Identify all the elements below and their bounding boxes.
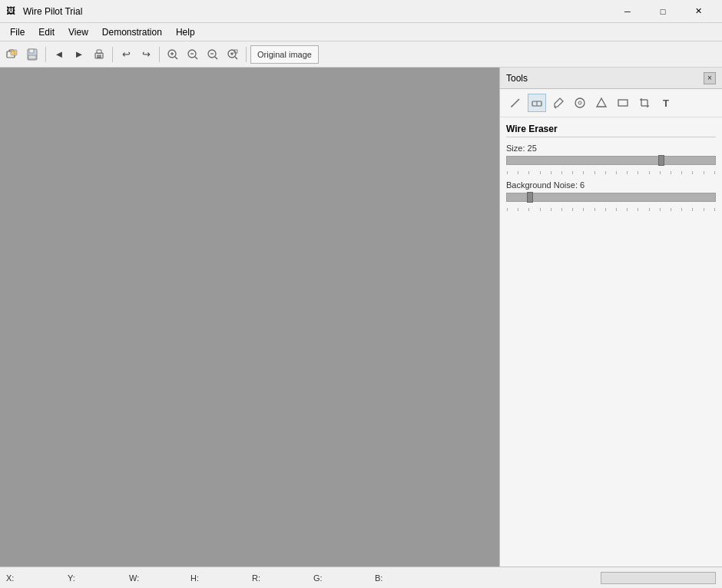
toolbar-separator-3 [159, 47, 160, 62]
svg-rect-3 [29, 49, 34, 53]
size-slider[interactable] [506, 156, 716, 165]
undo-button[interactable]: ↩ [117, 45, 135, 64]
save-button[interactable] [23, 45, 41, 64]
status-b: B: [375, 573, 436, 583]
open-button[interactable] [3, 45, 22, 64]
triangle-tool-button[interactable] [592, 94, 611, 112]
noise-slider[interactable] [506, 193, 716, 202]
status-h: H: [190, 573, 252, 583]
toolbar: ◄ ► ↩ ↪ Original image [0, 41, 722, 68]
menu-help[interactable]: Help [169, 25, 202, 40]
status-x: X: [6, 573, 68, 583]
svg-line-22 [235, 57, 237, 59]
minimize-button[interactable]: ─ [610, 0, 645, 23]
zoom-out-button[interactable] [204, 45, 222, 64]
tool-section-title: Wire Eraser [506, 124, 716, 137]
svg-marker-31 [597, 98, 606, 107]
toolbar-separator-2 [112, 47, 113, 62]
main-area: Tools × [0, 68, 722, 567]
noise-ticks [506, 208, 716, 211]
status-progress-bar [601, 572, 716, 584]
tools-panel: Tools × [499, 68, 722, 567]
menu-demonstration[interactable]: Demonstration [95, 25, 169, 40]
status-w: W: [129, 573, 190, 583]
svg-rect-32 [618, 100, 628, 106]
zoom-fit-button[interactable] [224, 45, 242, 64]
menu-bar: File Edit View Demonstration Help [0, 23, 722, 41]
text-tool-button[interactable]: T [657, 94, 675, 112]
redo-button[interactable]: ↪ [137, 45, 155, 64]
toolbar-separator-1 [45, 47, 46, 62]
title-bar: 🖼 Wire Pilot Trial ─ □ ✕ [0, 0, 722, 23]
size-label: Size: 25 [506, 144, 716, 153]
tool-icons-row: T [500, 89, 722, 117]
title-bar-controls: ─ □ ✕ [610, 0, 716, 23]
tools-title: Tools [506, 73, 528, 84]
toolbar-separator-4 [246, 47, 247, 62]
noise-slider-container [506, 193, 716, 206]
close-button[interactable]: ✕ [681, 0, 716, 23]
svg-rect-4 [28, 55, 36, 59]
menu-view[interactable]: View [61, 25, 95, 40]
size-slider-container [506, 156, 716, 170]
tools-header: Tools × [500, 68, 722, 89]
app-title: Wire Pilot Trial [23, 6, 82, 17]
menu-file[interactable]: File [3, 25, 31, 40]
eraser-tool-button[interactable] [528, 94, 546, 112]
crop-tool-button[interactable] [635, 94, 654, 112]
status-y: Y: [68, 573, 129, 583]
svg-line-15 [195, 57, 197, 59]
svg-rect-8 [97, 57, 101, 58]
zoom-in-button[interactable] [164, 45, 182, 64]
svg-rect-7 [97, 55, 101, 57]
svg-point-30 [578, 101, 581, 104]
tools-close-button[interactable]: × [704, 72, 716, 84]
status-bar-right [436, 572, 716, 584]
back-button[interactable]: ◄ [50, 45, 68, 64]
size-ticks [506, 171, 716, 174]
svg-point-29 [575, 98, 585, 107]
pencil-tool-button[interactable] [506, 94, 525, 112]
brush-tool-button[interactable] [549, 94, 568, 112]
circle-tool-button[interactable] [571, 94, 589, 112]
status-bar: X: Y: W: H: R: G: B: [0, 567, 722, 588]
original-image-button[interactable]: Original image [250, 45, 319, 64]
zoom-in-2-button[interactable] [184, 45, 202, 64]
svg-line-24 [512, 99, 519, 107]
noise-label: Background Noise: 6 [506, 180, 716, 190]
canvas-area[interactable] [0, 68, 499, 567]
svg-line-12 [175, 57, 177, 59]
print-button[interactable] [90, 45, 108, 64]
forward-button[interactable]: ► [70, 45, 88, 64]
status-g: G: [313, 573, 375, 583]
rect-tool-button[interactable] [614, 94, 632, 112]
app-icon: 🖼 [6, 5, 18, 18]
status-r: R: [252, 573, 313, 583]
menu-edit[interactable]: Edit [31, 25, 61, 40]
svg-rect-1 [11, 50, 17, 55]
maximize-button[interactable]: □ [645, 0, 681, 23]
title-bar-left: 🖼 Wire Pilot Trial [6, 5, 82, 18]
tool-properties: Wire Eraser Size: 25 [500, 117, 722, 217]
svg-line-18 [215, 57, 217, 59]
